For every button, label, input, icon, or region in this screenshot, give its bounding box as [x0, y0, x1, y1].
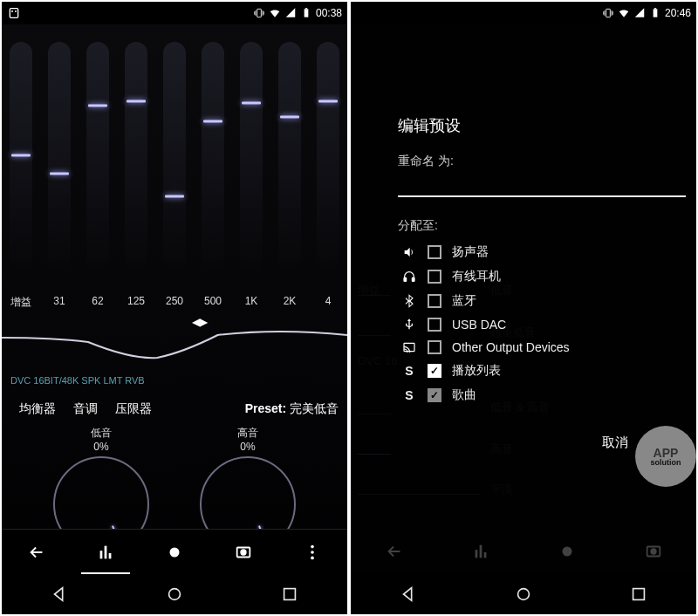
eq-label: 4 [309, 295, 347, 310]
bass-label: 低音 [53, 426, 149, 441]
eq-label: 1K [232, 295, 270, 310]
svg-rect-24 [479, 545, 482, 558]
waveform[interactable] [2, 316, 347, 368]
battery-icon [300, 7, 312, 19]
eq-label: 125 [117, 295, 155, 310]
eq-band-62[interactable] [79, 24, 117, 295]
vibrate-icon [602, 7, 614, 19]
watermark-logo: APP solution [635, 426, 696, 487]
status-bar: 20:46 [351, 2, 696, 24]
checkbox[interactable] [428, 364, 441, 378]
assign-label: 分配至: [398, 218, 686, 234]
eq-label: 31 [40, 295, 79, 310]
svg-point-26 [562, 547, 571, 557]
tone-button[interactable]: 音调 [65, 398, 106, 421]
bottom-tabs [2, 529, 347, 574]
android-navbar [2, 574, 347, 614]
svg-rect-3 [257, 9, 262, 17]
assign-item-有线耳机[interactable]: 有线耳机 [401, 269, 686, 284]
circle-icon [165, 543, 184, 562]
svg-point-9 [170, 547, 180, 557]
wifi-icon [618, 7, 630, 19]
checkbox[interactable] [428, 318, 441, 332]
device-icon [401, 318, 417, 332]
svg-rect-7 [104, 545, 106, 558]
svg-point-1 [11, 10, 13, 12]
svg-rect-17 [606, 9, 611, 17]
device-icon [401, 294, 417, 308]
equalizer-icon [96, 543, 115, 562]
svg-point-15 [169, 589, 181, 600]
back-button[interactable] [2, 530, 71, 574]
assign-item-label: 有线耳机 [452, 269, 501, 284]
reverb-tab[interactable] [209, 530, 278, 574]
svg-rect-21 [412, 277, 414, 281]
status-bar: 00:38 [2, 2, 347, 24]
phone-left: 00:38 增益31621252505001K2K4 ◀▶ DVC 16BIT/… [2, 2, 347, 614]
assign-item-蓝牙[interactable]: 蓝牙 [401, 293, 686, 309]
bottom-tabs-bg [351, 529, 696, 574]
eq-band-labels: 增益31621252505001K2K4 [2, 295, 347, 310]
assign-item-label: 扬声器 [452, 244, 489, 260]
bass-value: 0% [53, 441, 149, 453]
eq-band-250[interactable] [155, 24, 194, 295]
rename-label: 重命名 为: [398, 154, 686, 169]
treble-label: 高音 [200, 426, 296, 441]
eq-tab[interactable] [71, 530, 140, 574]
android-navbar [351, 574, 696, 614]
checkbox[interactable] [428, 294, 441, 308]
signal-icon [633, 7, 646, 19]
rename-input[interactable] [398, 176, 686, 197]
preset-selector[interactable]: Preset: 完美低音 [245, 401, 339, 417]
surround-icon [234, 543, 253, 562]
eq-band-4[interactable] [309, 24, 347, 295]
eq-band-1K[interactable] [232, 24, 270, 295]
svg-point-12 [311, 544, 315, 548]
dvc-info: DVC 16BIT/48K SPK LMT RVB [10, 375, 145, 386]
svg-rect-18 [654, 9, 658, 17]
assign-item-扬声器[interactable]: 扬声器 [401, 244, 686, 260]
eq-band-2K[interactable] [270, 24, 309, 295]
nav-home-icon[interactable] [165, 585, 184, 604]
checkbox[interactable] [428, 245, 441, 259]
assign-item-label: 播放列表 [452, 363, 501, 379]
eq-band-500[interactable] [194, 24, 232, 295]
waveform-handle-icon[interactable]: ◀▶ [192, 316, 208, 328]
limiter-button[interactable]: 压限器 [106, 398, 161, 421]
svg-rect-16 [284, 589, 296, 600]
svg-rect-0 [10, 9, 17, 18]
device-icon [401, 245, 417, 259]
nav-back-icon[interactable] [399, 585, 418, 604]
svg-rect-20 [404, 277, 407, 281]
status-time: 20:46 [665, 7, 691, 19]
treble-value: 0% [200, 441, 296, 453]
volume-tab[interactable] [140, 530, 209, 574]
nav-back-icon[interactable] [50, 585, 69, 604]
svg-point-14 [311, 556, 315, 559]
eq-band-31[interactable] [40, 24, 79, 295]
svg-point-29 [518, 589, 530, 600]
checkbox[interactable] [428, 340, 441, 354]
equalizer-button[interactable]: 均衡器 [10, 398, 65, 421]
cancel-button[interactable]: 取消 [602, 435, 628, 451]
eq-sliders [2, 24, 347, 295]
assign-item-播放列表[interactable]: S播放列表 [401, 363, 686, 379]
eq-band-125[interactable] [117, 24, 155, 295]
assign-item-label: 蓝牙 [452, 293, 476, 309]
svg-point-13 [311, 551, 315, 554]
more-menu[interactable] [278, 530, 347, 574]
checkbox[interactable] [428, 388, 441, 402]
preset-icon: S [401, 388, 417, 402]
checkbox[interactable] [428, 270, 441, 284]
nav-recent-icon[interactable] [629, 585, 648, 604]
preset-icon: S [401, 364, 417, 378]
eq-label: 250 [155, 295, 194, 310]
assign-item-歌曲[interactable]: S歌曲 [401, 387, 686, 403]
device-icon [401, 340, 417, 354]
nav-recent-icon[interactable] [280, 585, 299, 604]
eq-band-增益[interactable] [2, 24, 40, 295]
assign-item-USB DAC[interactable]: USB DAC [401, 318, 686, 332]
assign-item-Other Output Devices[interactable]: Other Output Devices [401, 340, 686, 354]
nav-home-icon[interactable] [514, 585, 533, 604]
app-notify-icon [7, 6, 21, 20]
